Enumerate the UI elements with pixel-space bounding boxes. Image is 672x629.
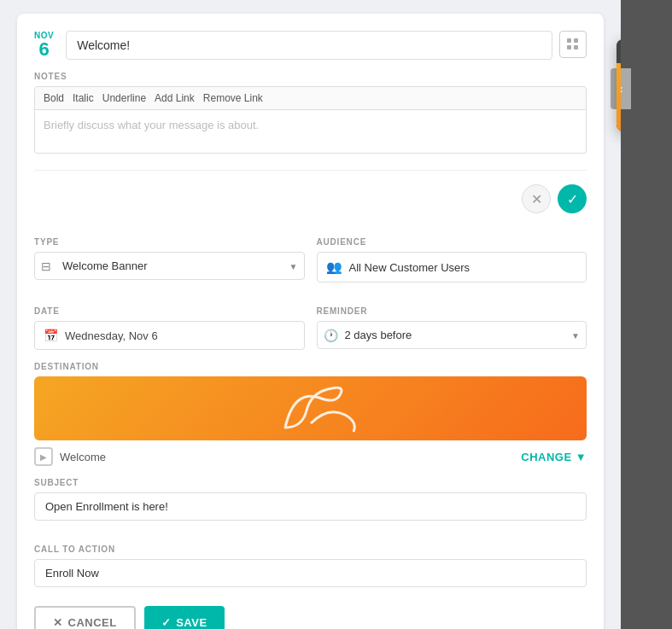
play-icon: ▶ (34, 447, 53, 466)
audience-group: AUDIENCE 👥 All New Customer Users (317, 225, 587, 282)
save-button[interactable]: ✓ SAVE (144, 606, 225, 629)
notes-label: NOTES (34, 72, 587, 81)
type-select[interactable]: Welcome Banner (34, 252, 305, 280)
confirm-button[interactable]: ✓ (558, 184, 587, 213)
reminder-select[interactable]: 2 days before (317, 321, 587, 349)
type-icon: ⊟ (41, 259, 51, 273)
form-card: NOV 6 NOTES Bold Italic Underline Add Li… (17, 14, 604, 629)
change-chevron-icon: ▼ (576, 451, 587, 463)
change-button[interactable]: CHANGE ▼ (521, 451, 587, 463)
grid-icon-btn[interactable] (559, 31, 587, 58)
date-block: NOV 6 (34, 31, 54, 59)
cta-label: CALL TO ACTION (34, 545, 587, 554)
notes-textarea[interactable]: Briefly discuss what your message is abo… (34, 110, 587, 154)
cta-input[interactable] (34, 559, 587, 587)
destination-left: ▶ Welcome (34, 447, 106, 466)
date-reminder-row: DATE 📅 Wednesday, Nov 6 REMINDER 🕐 2 day… (34, 294, 587, 350)
audience-icon: 👥 (326, 259, 342, 275)
right-panel: ‹ (621, 0, 672, 629)
bottom-actions: ✕ CANCEL ✓ SAVE (34, 599, 587, 629)
reminder-select-wrapper: 🕐 2 days before ▼ (317, 321, 587, 349)
date-field-label: DATE (34, 306, 305, 316)
divider (34, 170, 587, 171)
italic-btn[interactable]: Italic (73, 92, 94, 104)
type-label: TYPE (34, 237, 305, 247)
svg-rect-2 (567, 45, 571, 50)
subject-input[interactable] (34, 492, 587, 521)
destination-name: Welcome (60, 451, 106, 463)
close-button[interactable]: ✕ (522, 184, 551, 213)
date-group: DATE 📅 Wednesday, Nov 6 (34, 294, 305, 350)
calendar-icon: 📅 (44, 329, 58, 342)
audience-text: All New Customer Users (349, 261, 470, 274)
cancel-label: CANCEL (68, 616, 117, 629)
save-label: SAVE (176, 616, 207, 629)
svg-rect-0 (567, 38, 571, 43)
reminder-group: REMINDER 🕐 2 days before ▼ (317, 294, 587, 350)
date-header: NOV 6 (34, 31, 587, 60)
clock-icon: 🕐 (324, 329, 338, 342)
type-audience-row: TYPE ⊟ Welcome Banner ▼ AUDIENCE 👥 All N… (34, 225, 587, 282)
collapse-panel-btn[interactable]: ‹ (611, 68, 631, 109)
action-row: ✕ ✓ (34, 184, 587, 213)
date-day: 6 (34, 40, 54, 59)
audience-label: AUDIENCE (317, 237, 587, 247)
save-check-icon: ✓ (161, 616, 172, 629)
type-select-wrapper: ⊟ Welcome Banner ▼ (34, 252, 305, 280)
remove-link-btn[interactable]: Remove Link (203, 92, 263, 104)
type-group: TYPE ⊟ Welcome Banner ▼ (34, 225, 305, 282)
bold-btn[interactable]: Bold (44, 92, 64, 104)
preview-card: Open Enrollment is here! Enroll Now (616, 39, 621, 131)
destination-label: DESTINATION (34, 362, 587, 371)
banner-gradient (34, 376, 587, 440)
destination-row: ▶ Welcome CHANGE ▼ (34, 447, 587, 466)
date-field-input[interactable]: 📅 Wednesday, Nov 6 (34, 321, 305, 350)
svg-rect-1 (574, 38, 578, 43)
cancel-button[interactable]: ✕ CANCEL (34, 606, 136, 629)
underline-btn[interactable]: Underline (102, 92, 146, 104)
change-label: CHANGE (521, 451, 571, 463)
cancel-x-icon: ✕ (53, 616, 63, 629)
destination-banner (34, 376, 587, 440)
reminder-label: REMINDER (317, 306, 587, 316)
notes-toolbar: Bold Italic Underline Add Link Remove Li… (34, 86, 587, 110)
title-input[interactable] (66, 31, 552, 60)
add-link-btn[interactable]: Add Link (155, 92, 195, 104)
preview-banner: Enroll Now (616, 63, 621, 131)
svg-rect-3 (574, 45, 578, 50)
audience-field: 👥 All New Customer Users (317, 252, 587, 282)
subject-label: SUBJECT (34, 478, 587, 487)
preview-title: Open Enrollment is here! (616, 39, 621, 63)
date-value: Wednesday, Nov 6 (65, 329, 158, 342)
